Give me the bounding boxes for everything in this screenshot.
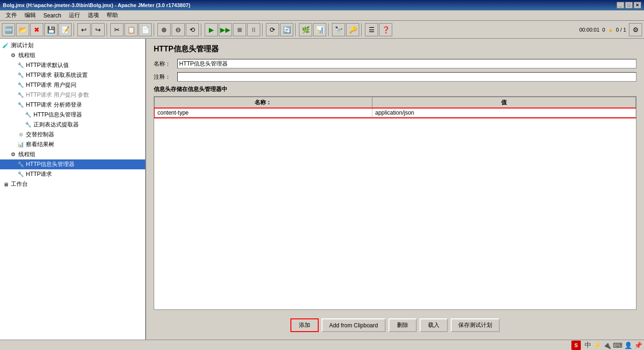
menu-edit[interactable]: 编辑 [21, 10, 40, 20]
title-bar: Bolg.jmx (H:\apache-jmeter-3.0\bin\Bolg.… [0, 0, 644, 10]
undo-toolbar-btn[interactable]: ↩ [77, 23, 91, 36]
new-toolbar-btn[interactable]: 🆕 [2, 23, 15, 36]
redo-toolbar-btn[interactable]: ↪ [91, 23, 105, 36]
tree-label-httpreq1: HTTP请求 获取系统设置 [26, 71, 88, 79]
status-icon-lightning: ⚡ [593, 342, 601, 349]
tree-item-httpreq2[interactable]: 🔧 HTTP请求 用户提问 [0, 80, 145, 90]
tree-item-httpdefault[interactable]: 🔧 HTTP请求默认值 [0, 60, 145, 70]
list-toolbar-btn[interactable]: ☰ [365, 23, 378, 36]
toolbar-status: 00:00:01 0 ▲ 0 / 1 ⚙ [579, 23, 642, 36]
menu-search[interactable]: Search [40, 11, 65, 20]
panel-title: HTTP信息头管理器 [154, 44, 636, 54]
search-toolbar-btn[interactable]: ⟳ [266, 23, 279, 36]
menu-run[interactable]: 运行 [65, 10, 84, 20]
menu-help[interactable]: 帮助 [103, 10, 122, 20]
close-button[interactable]: ✕ [634, 2, 641, 8]
testplan-icon: 🧪 [2, 42, 9, 50]
delete-button[interactable]: 删除 [388, 318, 417, 332]
tree-item-regex[interactable]: 🔧 正则表达式提取器 [0, 120, 145, 130]
add-button[interactable]: 添加 [290, 318, 319, 332]
table-row[interactable]: content-type application/json [155, 108, 636, 117]
paste-toolbar-btn[interactable]: 📄 [139, 23, 152, 36]
content-panel: HTTP信息头管理器 名称： 注释： 信息头存储在信息头管理器中 名称： 值 [146, 39, 644, 340]
tree-item-workbench[interactable]: 🖥 工作台 [0, 179, 145, 189]
toolbar-sep-3 [154, 23, 156, 36]
tree-item-resulttree[interactable]: 📊 察看结果树 [0, 140, 145, 150]
stopall-toolbar-btn[interactable]: ⏸ [247, 23, 260, 36]
status-progress: 0 / 1 [616, 27, 626, 33]
tree-item-httpheader2[interactable]: 🔧 HTTP信息头管理器 [0, 159, 145, 169]
stop-toolbar-btn[interactable]: ⏹ [233, 23, 246, 36]
key-toolbar-btn[interactable]: 🔑 [346, 23, 359, 36]
window-title: Bolg.jmx (H:\apache-jmeter-3.0\bin\Bolg.… [3, 2, 617, 8]
add-clipboard-button[interactable]: Add from Clipboard [322, 318, 385, 332]
table-header-row: 名称： 值 [155, 97, 636, 108]
tree-label-httpreq3: HTTP请求 用户提问 参数 [26, 91, 89, 99]
copy-toolbar-btn[interactable]: 📋 [124, 23, 138, 36]
menu-file[interactable]: 文件 [2, 10, 21, 20]
httpdefault-icon: 🔧 [17, 62, 25, 69]
tree-label-httpreq5: HTTP请求 [26, 170, 52, 178]
toolbar-sep-8 [361, 23, 363, 36]
headers-table-container: 名称： 值 content-type application/json [154, 96, 636, 310]
tree-item-httpreq1[interactable]: 🔧 HTTP请求 获取系统设置 [0, 70, 145, 80]
tree-item-controller[interactable]: ⊛ 交替控制器 [0, 130, 145, 140]
tree-label-httpheader2: HTTP信息头管理器 [26, 160, 74, 168]
reset-toolbar-btn[interactable]: ⟲ [186, 23, 199, 36]
row-name-cell[interactable]: content-type [155, 108, 372, 117]
tree-item-testplan[interactable]: 🧪 测试计划 [0, 41, 145, 50]
table-body: content-type application/json [155, 108, 636, 117]
toolbar-sep-6 [295, 23, 297, 36]
regex-icon: 🔧 [25, 121, 32, 129]
maximize-button[interactable]: □ [625, 2, 633, 8]
graph-toolbar-btn[interactable]: 📊 [313, 23, 326, 36]
cut-toolbar-btn[interactable]: ✂ [110, 23, 124, 36]
resulttree-icon: 📊 [17, 141, 25, 149]
tree-label-testplan: 测试计划 [11, 42, 33, 50]
save-plan-button[interactable]: 保存测试计划 [451, 318, 500, 332]
tree-label-threadgroup1: 线程组 [18, 51, 35, 59]
controller-icon: ⊛ [17, 131, 25, 139]
tree-label-threadgroup2: 线程组 [18, 150, 35, 158]
status-settings-btn[interactable]: ⚙ [629, 23, 642, 36]
minimize-button[interactable]: _ [617, 2, 624, 8]
status-icon-zhong: 中 [585, 341, 591, 350]
tree-item-httpreq5[interactable]: 🔧 HTTP请求 [0, 169, 145, 179]
runall-toolbar-btn[interactable]: ▶▶ [219, 23, 232, 36]
load-button[interactable]: 载入 [420, 318, 448, 332]
toolbar-sep-7 [328, 23, 330, 36]
name-row: 名称： [154, 59, 636, 68]
httpheader1-icon: 🔧 [25, 111, 32, 119]
tree-toolbar-btn[interactable]: 🌿 [299, 23, 312, 36]
tree-item-threadgroup1[interactable]: ⚙ 线程组 [0, 50, 145, 60]
expand-toolbar-btn[interactable]: ⊕ [157, 23, 171, 36]
httpreq3-icon: 🔧 [17, 92, 25, 99]
tree-item-threadgroup2[interactable]: ⚙ 线程组 [0, 150, 145, 159]
help-toolbar-btn[interactable]: ❓ [379, 23, 392, 36]
tree-item-httpreq4[interactable]: 🔧 HTTP请求 分析师登录 [0, 100, 145, 110]
name-input[interactable] [177, 59, 636, 68]
saveas-toolbar-btn[interactable]: 📝 [58, 23, 72, 36]
headers-table: 名称： 值 content-type application/json [154, 97, 636, 117]
run-toolbar-btn[interactable]: ▶ [205, 23, 218, 36]
status-time: 00:00:01 [579, 27, 600, 33]
httpreq2-icon: 🔧 [17, 82, 25, 89]
httpreq5-icon: 🔧 [17, 171, 25, 178]
row-value-cell[interactable]: application/json [372, 108, 636, 117]
status-icon-plug: 🔌 [603, 342, 611, 349]
comment-input[interactable] [177, 72, 636, 82]
menu-options[interactable]: 选项 [84, 10, 103, 20]
binoculars-toolbar-btn[interactable]: 🔭 [332, 23, 345, 36]
tree-item-httpreq3[interactable]: 🔧 HTTP请求 用户提问 参数 [0, 90, 145, 100]
status-icon-pin: 📌 [634, 342, 642, 349]
threadgroup1-icon: ⚙ [9, 52, 17, 59]
tree-label-regex: 正则表达式提取器 [33, 121, 79, 129]
clear-toolbar-btn[interactable]: 🔄 [280, 23, 293, 36]
save-toolbar-btn[interactable]: 💾 [44, 23, 58, 36]
status-icon-keyboard: ⌨ [613, 342, 622, 349]
collapse-toolbar-btn[interactable]: ⊖ [172, 23, 185, 36]
close-toolbar-btn[interactable]: ✖ [30, 23, 43, 36]
window-controls[interactable]: _ □ ✕ [617, 2, 641, 8]
open-toolbar-btn[interactable]: 📂 [16, 23, 29, 36]
tree-item-httpheader1[interactable]: 🔧 HTTP信息头管理器 [0, 110, 145, 120]
